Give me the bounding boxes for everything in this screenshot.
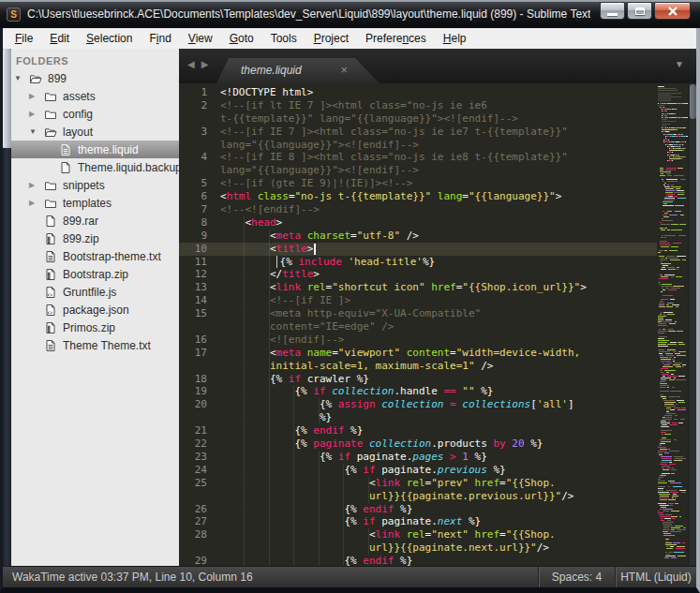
- minimize-button[interactable]: [600, 2, 625, 20]
- sidebar-item-templates[interactable]: ▶templates: [3, 194, 179, 212]
- code-line[interactable]: lang="{{language}}"><![endif]-->: [179, 139, 657, 152]
- tab-prev-icon[interactable]: ◀: [187, 59, 195, 69]
- code-line[interactable]: 12</title>: [179, 268, 657, 281]
- code-line[interactable]: 22{% paginate collection.products by 20 …: [179, 437, 657, 451]
- code-line[interactable]: 27{% if paginate.next %}: [179, 515, 657, 528]
- code-line[interactable]: 20{% assign collection = collections['al…: [179, 398, 657, 411]
- code-line[interactable]: 28<link rel="next" href="{{Shop.: [179, 528, 657, 541]
- code-token: collection: [332, 385, 394, 397]
- syntax-indicator[interactable]: HTML (Liquid): [615, 567, 696, 587]
- sidebar-item-assets[interactable]: ▶assets: [3, 87, 179, 105]
- maximize-button[interactable]: [627, 2, 652, 20]
- editor-scrollbar[interactable]: [688, 83, 696, 566]
- sidebar-item-bootstrap-theme-txt[interactable]: Bootstrap-theme.txt: [3, 247, 179, 265]
- code-line[interactable]: 7<!--<![endif]-->: [179, 203, 657, 216]
- menu-view[interactable]: View: [180, 29, 221, 48]
- sidebar-scrollbar[interactable]: [3, 49, 11, 566]
- status-bar: WakaTime active 03:37 PM, Line 10, Colum…: [3, 566, 696, 587]
- code-line[interactable]: 6<html class="no-js t-{{template}}" lang…: [179, 190, 657, 203]
- title-bar[interactable]: S C:\Users\tluesebrinck.ACE\Documents\Te…: [0, 2, 700, 26]
- code-line[interactable]: 11{% include 'head-title'%}: [179, 256, 657, 269]
- code-line[interactable]: 23{% if paginate.pages > 1 %}: [179, 451, 657, 464]
- code-line[interactable]: 19{% if collection.handle == "" %}: [179, 385, 657, 398]
- code-line[interactable]: 24{% if paginate.previous %}: [179, 464, 657, 477]
- sidebar-item-package-json[interactable]: package.json: [3, 301, 179, 319]
- sidebar-item-theme-theme-txt[interactable]: Theme Theme.txt: [3, 336, 179, 354]
- menu-edit[interactable]: Edit: [41, 29, 78, 48]
- code-line[interactable]: %}: [179, 411, 657, 424]
- menu-tools[interactable]: Tools: [262, 29, 305, 48]
- code-line[interactable]: 8<head>: [179, 216, 657, 230]
- minimap[interactable]: [657, 83, 688, 566]
- code-line[interactable]: 14<!--[if IE ]>: [179, 294, 657, 307]
- minimap-canvas[interactable]: [657, 83, 688, 568]
- code-area[interactable]: 1<!DOCTYPE html>2<!--[if lt IE 7 ]><html…: [179, 83, 657, 566]
- tab-theme-liquid[interactable]: theme.liquid ×: [216, 58, 380, 83]
- code-line[interactable]: 4<!--[if IE 8 ]><html class="no-js ie ie…: [179, 151, 657, 164]
- sidebar-item-theme-liquid-backup[interactable]: Theme.liquid.backup: [3, 158, 179, 176]
- tab-overflow-icon[interactable]: ▼: [675, 59, 684, 69]
- expand-arrow-icon[interactable]: ▶: [29, 110, 44, 118]
- menu-find[interactable]: Find: [141, 29, 179, 48]
- menu-file[interactable]: File: [7, 29, 41, 48]
- sidebar-item-gruntfile-js[interactable]: Gruntfile.js: [3, 283, 179, 301]
- code-line[interactable]: 25<link rel="prev" href="{{Shop.: [179, 477, 657, 490]
- code-line[interactable]: 5<!--[if (gte IE 9)|!(IE)]><!-->: [179, 177, 657, 190]
- code-line[interactable]: 13<link rel="shortcut icon" href="{{Shop…: [179, 281, 657, 294]
- collapse-arrow-icon[interactable]: ▼: [29, 127, 44, 136]
- code-line[interactable]: url}}{{paginate.next.url}}"/>: [179, 541, 657, 555]
- collapse-arrow-icon[interactable]: ▼: [14, 74, 29, 82]
- code-line[interactable]: t-{{template}}" lang="{{language}}"><![e…: [179, 112, 657, 126]
- sidebar-item-snippets[interactable]: ▶snippets: [3, 176, 179, 194]
- expand-arrow-icon[interactable]: ▶: [29, 92, 44, 100]
- sidebar-item-bootstrap-zip[interactable]: Bootstrap.zip: [3, 265, 179, 283]
- sidebar-item-layout[interactable]: ▼layout: [3, 123, 179, 141]
- code-line[interactable]: content="IE=edge" />: [179, 320, 657, 334]
- close-button[interactable]: [654, 2, 691, 20]
- code-line[interactable]: 17<meta name="viewport" content="width=d…: [179, 347, 657, 360]
- sidebar-item-899[interactable]: ▼899: [3, 69, 179, 87]
- code-line[interactable]: 3<!--[if IE 7 ]><html class="no-js ie ie…: [179, 126, 657, 139]
- menu-selection[interactable]: Selection: [78, 29, 141, 48]
- main-area: FOLDERS ▼899▶assets▶config▼layouttheme.l…: [3, 49, 696, 566]
- code-line[interactable]: 15<meta http-equiv="X-UA-Compatible": [179, 307, 657, 320]
- menu-preferences[interactable]: Preferences: [357, 29, 435, 48]
- indent-guides: [220, 347, 270, 360]
- folder-icon: [44, 179, 61, 192]
- code-line[interactable]: 16<![endif]-->: [179, 334, 657, 347]
- code-line[interactable]: lang="{{language}}"><![endif]-->: [179, 164, 657, 177]
- sidebar-item-primos-zip[interactable]: Primos.zip: [3, 319, 179, 336]
- menu-project[interactable]: Project: [305, 29, 357, 48]
- menu-help[interactable]: Help: [435, 29, 475, 48]
- code-line[interactable]: 26{% endif %}: [179, 503, 657, 516]
- code-line[interactable]: 10<title>: [179, 243, 657, 256]
- code-line[interactable]: 21{% endif %}: [179, 424, 657, 437]
- indent-guides: [220, 411, 320, 424]
- expand-arrow-icon[interactable]: ▶: [29, 181, 44, 189]
- sidebar-item-899-zip[interactable]: 899.zip: [3, 230, 179, 247]
- indent-guides: [220, 230, 270, 243]
- sidebar-item-899-rar[interactable]: 899.rar: [3, 212, 179, 230]
- code-line[interactable]: initial-scale=1, maximum-scale=1" />: [179, 360, 657, 373]
- tab-close-icon[interactable]: ×: [340, 63, 348, 77]
- code-token: rel: [307, 281, 326, 293]
- menu-goto[interactable]: Goto: [221, 29, 262, 48]
- line-number: 28: [179, 528, 220, 541]
- indent-guides: [220, 268, 270, 281]
- code-line[interactable]: 2<!--[if lt IE 7 ]><html class="no-js ie…: [179, 99, 657, 112]
- tab-next-icon[interactable]: ▶: [201, 59, 209, 69]
- code-line[interactable]: 9<meta charset="utf-8" />: [179, 230, 657, 243]
- sidebar-item-theme-liquid[interactable]: theme.liquid: [3, 141, 179, 158]
- code-line[interactable]: 18{% if crawler %}: [179, 373, 657, 386]
- code-token: "next": [431, 528, 469, 541]
- expand-arrow-icon[interactable]: ▶: [29, 199, 44, 207]
- code-line[interactable]: url}}{{paginate.previous.url}}"/>: [179, 490, 657, 503]
- editor-scrollbar-thumb[interactable]: [690, 84, 696, 119]
- sidebar-item-config[interactable]: ▶config: [3, 105, 179, 123]
- sidebar-scrollbar-thumb[interactable]: [3, 49, 11, 148]
- code-line[interactable]: 1<!DOCTYPE html>: [179, 86, 657, 99]
- maximize-icon: [635, 7, 645, 15]
- code-line[interactable]: 29{% endif %}: [179, 555, 657, 566]
- code-token: ==: [443, 385, 455, 397]
- indent-indicator[interactable]: Spaces: 4: [538, 567, 615, 587]
